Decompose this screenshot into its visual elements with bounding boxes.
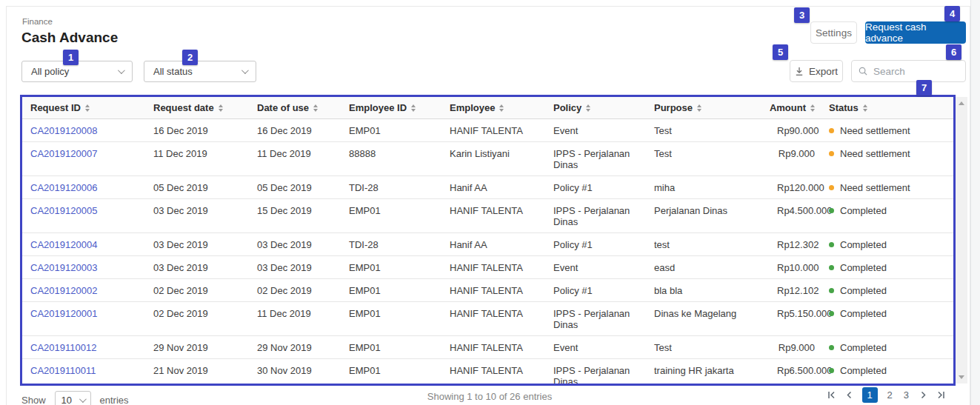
first-page-button[interactable] [827, 390, 836, 400]
cell-purpose: Dinas ke Magelang [646, 301, 769, 335]
cell-policy: Policy #1 [545, 175, 646, 198]
page-button-2[interactable]: 2 [886, 389, 894, 401]
column-header-purpose[interactable]: Purpose [646, 97, 769, 118]
cell-employee-id: EMP01 [341, 335, 441, 358]
column-header-request-date[interactable]: Request date [145, 97, 249, 118]
export-button[interactable]: Export [790, 60, 843, 82]
request-cash-advance-label: Request cash advance [865, 21, 966, 44]
cell-amount: Rp12.102 [769, 278, 821, 301]
column-header-policy[interactable]: Policy [545, 97, 646, 118]
column-label: Employee ID [349, 102, 407, 113]
previous-page-button[interactable] [844, 390, 854, 400]
cell-employee: HANIF TALENTA [441, 198, 545, 232]
column-label: Purpose [654, 102, 693, 113]
request-id-link[interactable]: CA2019120002 [30, 285, 97, 296]
search-input[interactable] [873, 66, 959, 77]
request-id-link[interactable]: CA2019120003 [30, 262, 97, 273]
settings-button[interactable]: Settings [810, 21, 857, 44]
cell-status: Need settlement [821, 118, 953, 141]
cell-employee-id: EMP01 [341, 255, 441, 278]
last-page-button[interactable] [936, 390, 946, 400]
next-page-button[interactable] [919, 390, 928, 400]
cell-status: Completed [821, 232, 953, 255]
status-label: Completed [840, 342, 887, 353]
status-label: Need settlement [840, 148, 910, 159]
cell-policy: Event [545, 118, 646, 141]
status-filter-value: All status [153, 66, 193, 77]
status-label: Completed [840, 239, 887, 250]
status-label: Completed [840, 308, 887, 319]
cell-date-of-use: 03 Dec 2019 [249, 255, 341, 278]
sort-icon [863, 104, 867, 112]
table-row: CA201912000403 Dec 201903 Dec 2019TDI-28… [22, 232, 953, 255]
sort-icon [697, 104, 701, 112]
scroll-up-icon[interactable] [959, 101, 964, 105]
cell-request-date: 02 Dec 2019 [145, 301, 249, 335]
page-button-1[interactable]: 1 [862, 387, 878, 403]
page-button-3[interactable]: 3 [902, 389, 910, 401]
request-id-link[interactable]: CA2019120004 [30, 239, 97, 250]
cell-employee-id: EMP01 [341, 118, 441, 141]
cell-date-of-use: 05 Dec 2019 [249, 175, 341, 198]
table-scrollbar[interactable] [956, 97, 967, 384]
cell-purpose: Test [646, 335, 769, 358]
scroll-down-icon[interactable] [959, 375, 964, 379]
status-label: Need settlement [840, 182, 910, 193]
cell-request-id: CA2019120007 [22, 141, 145, 175]
cell-request-date: 03 Dec 2019 [145, 198, 249, 232]
status-filter-dropdown[interactable]: All status [144, 61, 256, 82]
cell-request-date: 29 Nov 2019 [145, 335, 249, 358]
status-dot-icon [829, 208, 834, 213]
export-button-label: Export [809, 66, 838, 77]
status-dot-icon [829, 345, 834, 350]
sort-icon [810, 104, 815, 112]
sort-icon [219, 104, 223, 112]
cell-purpose: training HR jakarta [646, 358, 769, 386]
table-row: CA201911001229 Nov 201929 Nov 2019EMP01H… [22, 335, 953, 358]
cell-amount: Rp9.000 [769, 335, 821, 358]
column-header-amount[interactable]: Amount [769, 97, 821, 118]
cell-purpose: miha [646, 175, 769, 198]
cell-status: Completed [821, 278, 953, 301]
cell-employee-id: 88888 [341, 141, 441, 175]
status-dot-icon [829, 242, 834, 247]
request-id-link[interactable]: CA2019120006 [30, 182, 97, 193]
column-header-date-of-use[interactable]: Date of use [249, 97, 341, 118]
cell-employee: Hanif AA [441, 232, 545, 255]
cell-employee: HANIF TALENTA [441, 301, 545, 335]
cell-request-id: CA2019110011 [22, 358, 145, 386]
request-cash-advance-button[interactable]: Request cash advance [865, 21, 966, 44]
annotation-badge-2: 2 [182, 50, 198, 65]
column-header-status[interactable]: Status [821, 97, 953, 118]
page-scrollbar[interactable] [970, 0, 980, 405]
cell-policy: Policy #1 [545, 232, 646, 255]
request-id-link[interactable]: CA2019110012 [30, 342, 96, 353]
request-id-link[interactable]: CA2019120008 [30, 125, 97, 136]
chevron-down-icon [241, 67, 249, 74]
search-box [851, 60, 966, 82]
status-dot-icon [829, 288, 834, 293]
cell-purpose: Perjalanan Dinas [646, 198, 769, 232]
settings-button-label: Settings [816, 27, 852, 39]
column-header-employee-id[interactable]: Employee ID [341, 97, 441, 118]
cash-advance-page-card: Finance Cash Advance Settings Request ca… [6, 6, 970, 405]
annotation-badge-7: 7 [916, 80, 932, 96]
sort-icon [85, 104, 90, 112]
request-id-link[interactable]: CA2019120001 [30, 308, 97, 319]
cell-amount: Rp90.000 [769, 118, 821, 141]
cell-request-date: 02 Dec 2019 [145, 278, 249, 301]
status-dot-icon [829, 128, 834, 133]
cell-employee: HANIF TALENTA [441, 278, 545, 301]
request-id-link[interactable]: CA2019120005 [30, 205, 97, 216]
request-id-link[interactable]: CA2019110011 [30, 365, 96, 376]
cell-amount: Rp6.500.000 [769, 358, 821, 386]
column-header-employee[interactable]: Employee [441, 97, 545, 118]
breadcrumb: Finance [22, 17, 53, 26]
column-header-request-id[interactable]: Request ID [22, 97, 145, 118]
status-dot-icon [829, 265, 834, 270]
cell-policy: Event [545, 255, 646, 278]
page-size-dropdown[interactable]: 10 [55, 391, 91, 405]
request-id-link[interactable]: CA2019120007 [30, 148, 97, 159]
cell-employee: HANIF TALENTA [441, 118, 545, 141]
cell-date-of-use: 29 Nov 2019 [249, 335, 341, 358]
